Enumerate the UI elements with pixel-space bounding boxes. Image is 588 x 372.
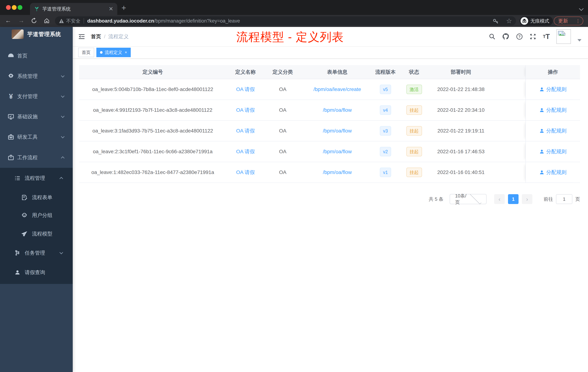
sidebar-item-payment[interactable]: ¥ 支付管理: [0, 91, 73, 101]
page-unit-label: 页: [575, 196, 580, 202]
sidebar-item-process-management[interactable]: 流程管理: [0, 173, 73, 183]
bookmark-star-icon[interactable]: ☆: [506, 17, 512, 25]
breadcrumb-home[interactable]: 首页: [91, 33, 101, 40]
current-page-button[interactable]: 1: [508, 194, 519, 204]
home-button[interactable]: [44, 18, 50, 25]
goto-page-input[interactable]: [556, 194, 572, 204]
sidebar-item-home[interactable]: 首页: [0, 51, 73, 61]
cell-deploy-time: 2022-01-16 01:40:51: [431, 162, 491, 183]
definition-name-link[interactable]: OA 请假: [236, 107, 255, 114]
cell-deploy-time: 2022-01-22 21:48:38: [431, 79, 491, 99]
page-size-select[interactable]: 10条/页: [450, 194, 487, 204]
close-window-button[interactable]: [6, 5, 11, 10]
cell-category: OA: [264, 79, 301, 99]
assign-rule-link[interactable]: 分配规则: [539, 169, 567, 176]
url-host: dashboard.yudao.iocoder.cn: [87, 18, 154, 24]
logo-row[interactable]: 芋道管理系统: [0, 27, 73, 47]
incognito-badge: 无痕模式: [520, 16, 553, 25]
status-badge: 激活: [406, 85, 422, 94]
browser-update-menu-button[interactable]: 更新 ⋮: [554, 17, 583, 25]
sidebar: 芋道管理系统 首页 系统管理 ¥ 支付管理 基础设施: [0, 27, 73, 372]
table-row: oa_leave:3:1fad3d93-7b75-11ec-a3c8-acde4…: [79, 121, 580, 142]
cell-definition-id: oa_leave:4:991f2193-7b7f-11ec-a3c8-acde4…: [79, 100, 226, 120]
document-edit-icon: [21, 194, 28, 201]
form-link[interactable]: /bpm/oa/flow: [323, 128, 352, 134]
user-icon: [539, 149, 544, 154]
col-spacer: [491, 65, 525, 79]
sidebar-item-process-model[interactable]: 流程模型: [0, 229, 73, 239]
version-badge: v5: [380, 85, 391, 94]
cell-deploy-time: 2022-01-16 17:46:53: [431, 142, 491, 162]
definition-name-link[interactable]: OA 请假: [236, 86, 255, 93]
cell-category: OA: [264, 100, 301, 120]
tab-close-icon[interactable]: ✕: [109, 6, 113, 12]
toolbox-icon: [7, 134, 15, 140]
definition-name-link[interactable]: OA 请假: [236, 169, 255, 176]
url-divider: [84, 18, 84, 24]
search-icon[interactable]: [489, 33, 496, 40]
table-row: oa_leave:4:991f2193-7b7f-11ec-a3c8-acde4…: [79, 100, 580, 121]
form-link[interactable]: /bpm/oa/flow: [323, 169, 352, 175]
gear-icon: [7, 73, 15, 79]
tab-search-chevron-icon[interactable]: [579, 6, 583, 11]
new-tab-button[interactable]: +: [121, 3, 126, 12]
browser-tabstrip: 芋道管理系统 ✕ +: [0, 0, 588, 15]
broken-image-icon: [558, 31, 566, 40]
user-icon: [539, 128, 544, 133]
sidebar-item-workflow[interactable]: 工作流程: [0, 153, 73, 163]
list-icon: [14, 175, 21, 181]
back-button[interactable]: ←: [5, 17, 11, 24]
person-icon: [14, 269, 21, 275]
assign-rule-link[interactable]: 分配规则: [539, 148, 567, 155]
fullscreen-icon[interactable]: [529, 33, 536, 40]
minimize-window-button[interactable]: [12, 5, 17, 10]
sidebar-item-infrastructure[interactable]: 基础设施: [0, 111, 73, 122]
definition-name-link[interactable]: OA 请假: [236, 127, 255, 134]
assign-rule-link[interactable]: 分配规则: [539, 127, 567, 134]
sidebar-item-system[interactable]: 系统管理: [0, 71, 73, 81]
workflow-submenu-panel: [0, 168, 73, 284]
forward-button[interactable]: →: [18, 17, 24, 24]
user-avatar[interactable]: [556, 29, 571, 44]
prev-page-button[interactable]: ‹: [494, 194, 505, 204]
sidebar-item-process-form[interactable]: 流程表单: [0, 192, 73, 203]
chevron-down-icon: [61, 74, 64, 77]
help-icon[interactable]: ?: [516, 33, 523, 40]
chevron-down-icon: [61, 114, 64, 118]
browser-tab[interactable]: 芋道管理系统 ✕: [30, 3, 117, 15]
tag-close-icon[interactable]: ×: [125, 50, 127, 55]
tag-process-definition[interactable]: 流程定义 ×: [96, 48, 131, 57]
reload-button[interactable]: [31, 18, 37, 25]
sidebar-item-dev-tools[interactable]: 研发工具: [0, 132, 73, 142]
definition-name-link[interactable]: OA 请假: [236, 148, 255, 155]
form-link[interactable]: /bpm/oa/leave/create: [314, 87, 361, 92]
active-dot-icon: [100, 51, 103, 54]
chevron-up-icon: [61, 156, 64, 160]
password-key-icon[interactable]: [492, 18, 499, 24]
definition-table: 定义编号 定义名称 定义分类 表单信息 流程版本 状态 部署时间 操作 oa_l…: [79, 65, 580, 183]
sidebar-collapse-icon[interactable]: [78, 33, 85, 41]
maximize-window-button[interactable]: [18, 5, 22, 10]
tag-home[interactable]: 首页: [78, 48, 94, 57]
tree-icon: [14, 250, 21, 256]
user-icon: [539, 170, 544, 175]
avatar-dropdown-caret-icon[interactable]: [578, 39, 581, 42]
form-link[interactable]: /bpm/oa/flow: [323, 107, 352, 113]
form-link[interactable]: /bpm/oa/flow: [323, 149, 352, 154]
avatar-logo-image: [12, 30, 24, 39]
status-badge: 挂起: [406, 147, 422, 156]
col-status: 状态: [397, 65, 431, 79]
sidebar-item-user-groups[interactable]: 用户分组: [0, 210, 73, 220]
github-icon[interactable]: [502, 33, 509, 40]
sidebar-item-leave-query[interactable]: 请假查询: [0, 267, 73, 278]
incognito-icon: [521, 17, 528, 25]
screen: 芋道管理系统 ✕ + ← → 不安全 dashboard.yudao.iocod…: [0, 0, 588, 372]
sidebar-item-task-management[interactable]: 任务管理: [0, 248, 73, 258]
url-omnibox[interactable]: 不安全 dashboard.yudao.iocoder.cn/bpm/manag…: [55, 16, 516, 25]
font-size-icon[interactable]: TT: [543, 33, 550, 41]
annotation-title: 流程模型 - 定义列表: [236, 29, 344, 45]
next-page-button[interactable]: ›: [522, 194, 532, 204]
assign-rule-link[interactable]: 分配规则: [539, 86, 567, 93]
assign-rule-link[interactable]: 分配规则: [539, 107, 567, 114]
status-badge: 挂起: [406, 105, 422, 115]
